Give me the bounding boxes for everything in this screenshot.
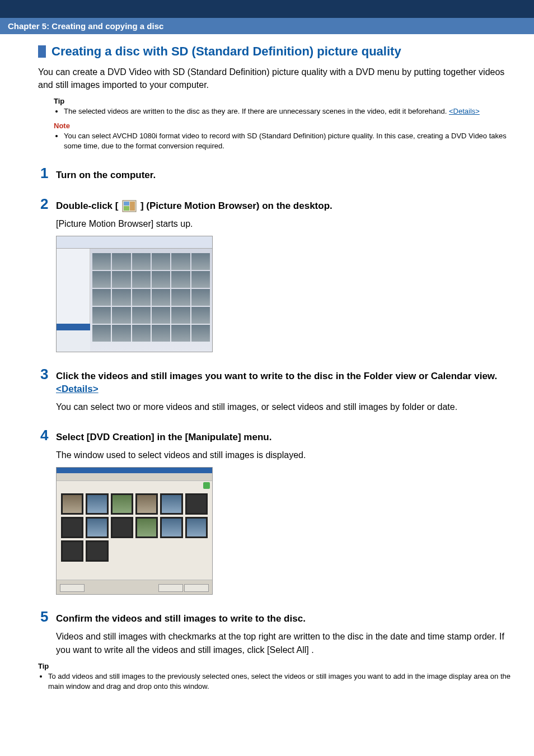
page-content: Creating a disc with SD (Standard Defini… bbox=[0, 34, 534, 718]
step-body: [Picture Motion Browser] starts up. bbox=[56, 217, 517, 230]
step-title: Click the videos and still images you wa… bbox=[56, 370, 517, 396]
step-title: Confirm the videos and still images to w… bbox=[56, 613, 306, 626]
step-3: 3 Click the videos and still images you … bbox=[38, 366, 517, 413]
step-title: Double-click [ ] (Picture Motion Browser… bbox=[56, 200, 332, 213]
intro-paragraph: You can create a DVD Video with SD (Stan… bbox=[38, 66, 517, 91]
step-title: Turn on the computer. bbox=[56, 169, 156, 182]
step-title: Select [DVD Creation] in the [Manipulate… bbox=[56, 431, 271, 444]
step-number: 4 bbox=[40, 427, 56, 444]
step-body: You can select two or more videos and st… bbox=[56, 400, 517, 413]
tip-text: The selected videos are written to the d… bbox=[64, 107, 449, 115]
svg-rect-2 bbox=[130, 202, 135, 211]
step-title-suffix: ] (Picture Motion Browser) on the deskto… bbox=[140, 200, 332, 211]
step-5: 5 Confirm the videos and still images to… bbox=[38, 608, 517, 692]
tip-label: Tip bbox=[38, 662, 517, 670]
step-body: The window used to select videos and sti… bbox=[56, 449, 517, 461]
step-number: 3 bbox=[40, 366, 56, 383]
step-number: 5 bbox=[40, 608, 56, 626]
details-link[interactable]: <Details> bbox=[449, 107, 480, 115]
tip-item: The selected videos are written to the d… bbox=[64, 106, 517, 116]
tip-block-2: Tip To add videos and still images to th… bbox=[38, 662, 517, 692]
note-item: You can select AVCHD 1080i format video … bbox=[64, 131, 517, 151]
picture-motion-browser-icon bbox=[122, 200, 137, 212]
chapter-header: Chapter 5: Creating and copying a disc bbox=[0, 18, 534, 34]
step-2: 2 Double-click [ ] (Picture Motion Brows… bbox=[38, 195, 517, 352]
tip-item: To add videos and still images to the pr… bbox=[48, 671, 517, 692]
dvd-creation-screenshot bbox=[56, 467, 213, 595]
top-bar bbox=[0, 0, 534, 18]
title-marker-icon bbox=[38, 45, 46, 58]
page-title: Creating a disc with SD (Standard Defini… bbox=[51, 44, 401, 59]
details-link[interactable]: <Details> bbox=[56, 384, 99, 394]
tip-block-1: Tip The selected videos are written to t… bbox=[54, 97, 517, 116]
step-number: 1 bbox=[40, 165, 56, 182]
svg-rect-3 bbox=[124, 206, 129, 211]
step-body: Videos and still images with checkmarks … bbox=[56, 630, 517, 656]
step-title-text: Click the videos and still images you wa… bbox=[56, 371, 497, 381]
page-title-row: Creating a disc with SD (Standard Defini… bbox=[38, 44, 517, 59]
note-block-1: Note You can select AVCHD 1080i format v… bbox=[54, 122, 517, 151]
step-1: 1 Turn on the computer. bbox=[38, 165, 517, 182]
step-title-prefix: Double-click [ bbox=[56, 200, 121, 211]
note-label: Note bbox=[54, 122, 517, 130]
tip-label: Tip bbox=[54, 97, 517, 105]
pmb-screenshot bbox=[56, 236, 213, 352]
svg-rect-1 bbox=[124, 202, 129, 206]
step-4: 4 Select [DVD Creation] in the [Manipula… bbox=[38, 427, 517, 595]
step-number: 2 bbox=[40, 195, 56, 213]
